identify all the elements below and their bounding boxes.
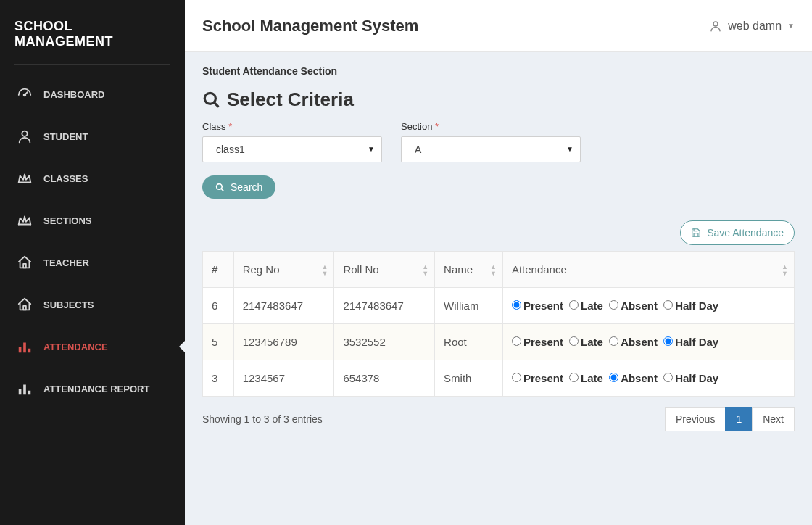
pager-page-1[interactable]: 1 [725,407,753,431]
class-field: Class * class1 ▼ [202,121,382,162]
attendance-radio-late[interactable] [569,300,579,310]
crown-icon [16,170,33,186]
sidebar-item-attendance-report[interactable]: ATTENDANCE REPORT [0,368,185,410]
cell-idx: 3 [203,360,234,397]
svg-line-1 [25,92,28,95]
svg-rect-4 [23,306,26,310]
attendance-radio-late[interactable] [569,373,579,382]
table-header-row: #Reg No▲▼Roll No▲▼Name▲▼Attendance▲▼ [203,252,795,288]
col-attendance[interactable]: Attendance▲▼ [502,252,794,288]
attendance-option-label: Late [581,372,606,384]
table-body: 621474836472147483647WilliamPresent Late… [203,288,795,397]
sidebar-item-dashboard[interactable]: DASHBOARD [0,73,185,115]
attendance-option-label: Present [523,299,566,312]
cell-attendance: Present Late Absent Half Day [502,324,794,360]
table-row: 31234567654378SmithPresent Late Absent H… [203,360,795,397]
sidebar-item-teacher[interactable]: TEACHER [0,241,185,284]
sidebar-item-label: ATTENDANCE REPORT [44,384,149,394]
pager-next[interactable]: Next [752,407,795,431]
col--[interactable]: # [203,252,234,288]
sidebar-item-label: SECTIONS [44,215,91,226]
cell-attendance: Present Late Absent Half Day [502,360,794,397]
cell-idx: 6 [203,288,234,324]
cell-reg: 2147483647 [233,288,334,324]
attendance-radio-absent[interactable] [609,300,618,310]
svg-rect-5 [19,347,22,352]
sidebar-item-attendance[interactable]: ATTENDANCE [0,326,185,368]
criteria-title-text: Select Criteria [227,88,354,111]
cell-name: Smith [435,360,503,397]
filters: Class * class1 ▼ Section * A ▼ [202,121,795,162]
col-roll-no[interactable]: Roll No▲▼ [334,252,435,288]
save-row: Save Attendance [202,220,795,245]
crown-icon [16,212,33,228]
col-reg-no[interactable]: Reg No▲▼ [233,252,334,288]
attendance-radio-present[interactable] [512,373,521,382]
search-button[interactable]: Search [202,175,276,199]
class-label: Class * [202,121,382,132]
user-menu[interactable]: web damn ▼ [709,20,795,33]
sort-icon: ▲▼ [422,263,428,276]
attendance-radio-absent[interactable] [609,336,618,346]
section-field: Section * A ▼ [401,121,581,162]
attendance-option-label: Half Day [675,372,718,384]
attendance-radio-present[interactable] [512,336,521,346]
svg-line-15 [221,189,223,191]
brand-title: SCHOOL MANAGEMENT [0,0,185,64]
nav-list: DASHBOARDSTUDENTCLASSESSECTIONSTEACHERSU… [0,73,185,410]
sidebar-item-label: CLASSES [44,173,88,184]
search-button-label: Search [231,181,262,193]
section-select-wrap: A ▼ [401,136,581,162]
sort-icon: ▲▼ [321,263,328,276]
attendance-radio-present[interactable] [512,300,521,310]
svg-rect-10 [28,391,31,395]
cell-attendance: Present Late Absent Half Day [502,288,794,324]
section-header: Student Attendance Section [202,65,795,77]
attendance-radio-half-day[interactable] [663,300,673,310]
main: School Management System web damn ▼ Stud… [185,0,812,525]
attendance-option-label: Half Day [675,336,718,348]
svg-point-2 [22,131,27,136]
attendance-radio-half-day[interactable] [663,336,673,346]
sidebar: SCHOOL MANAGEMENT DASHBOARDSTUDENTCLASSE… [0,0,185,525]
pager-prev[interactable]: Previous [665,407,726,431]
class-select[interactable]: class1 [202,136,382,162]
attendance-option-label: Late [581,336,606,348]
table-row: 621474836472147483647WilliamPresent Late… [203,288,795,324]
attendance-radio-half-day[interactable] [663,373,673,382]
user-name: web damn [728,20,782,33]
save-attendance-button[interactable]: Save Attendance [680,220,795,245]
attendance-option-label: Absent [621,299,660,312]
attendance-option-label: Late [581,299,606,312]
dashboard-icon [16,86,33,102]
attendance-radio-late[interactable] [569,336,579,346]
sidebar-item-label: DASHBOARD [44,89,105,100]
cell-roll: 3532552 [334,324,435,360]
svg-rect-6 [23,343,26,353]
cell-roll: 2147483647 [334,288,435,324]
sort-icon: ▲▼ [782,263,788,276]
attendance-option-label: Absent [621,372,660,384]
search-icon [215,183,225,192]
topbar: School Management System web damn ▼ [185,0,812,52]
sidebar-item-sections[interactable]: SECTIONS [0,199,185,241]
page-title: School Management System [202,17,418,36]
svg-rect-3 [23,264,26,268]
attendance-option-label: Present [523,336,566,348]
section-select[interactable]: A [401,136,581,162]
home-icon [16,297,33,313]
svg-point-11 [713,22,718,26]
col-name[interactable]: Name▲▼ [435,252,503,288]
sidebar-item-label: ATTENDANCE [44,342,108,352]
attendance-radio-absent[interactable] [609,373,618,382]
caret-down-icon: ▼ [787,22,795,30]
class-select-wrap: class1 ▼ [202,136,382,162]
cell-reg: 1234567 [233,360,334,397]
cell-roll: 654378 [334,360,435,397]
sidebar-item-classes[interactable]: CLASSES [0,157,185,199]
sidebar-item-label: TEACHER [44,257,89,268]
svg-rect-7 [28,349,31,353]
sidebar-item-student[interactable]: STUDENT [0,115,185,157]
sidebar-item-subjects[interactable]: SUBJECTS [0,284,185,326]
search-icon [202,91,221,109]
